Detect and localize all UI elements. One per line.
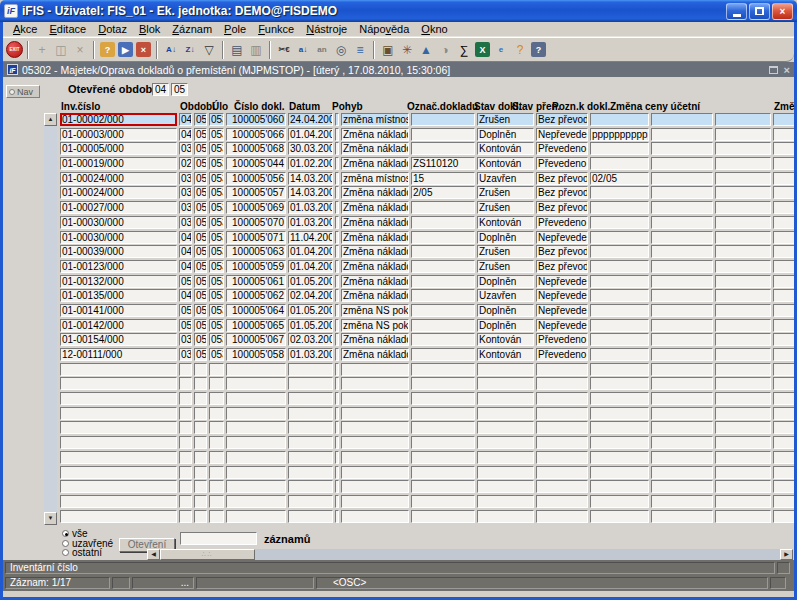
cell-obdobi-2[interactable]: 05 bbox=[194, 231, 207, 244]
cell-ulo[interactable] bbox=[209, 466, 224, 479]
cell-zmena-c[interactable] bbox=[773, 466, 794, 479]
table-row[interactable]: 01-00030/0000405053100005'07111.04.2005Z… bbox=[60, 231, 794, 244]
cell-datum[interactable] bbox=[288, 363, 333, 376]
cell-ulo[interactable] bbox=[209, 421, 224, 434]
cell-obdobi-2[interactable]: 05 bbox=[194, 260, 207, 273]
cell-stav-pren[interactable]: Nepřevedeno bbox=[536, 289, 588, 302]
cell-ulo[interactable]: 053 bbox=[209, 172, 224, 185]
cell-pohyb[interactable]: Změna nákladové bbox=[341, 128, 409, 141]
cell-stav-pren[interactable] bbox=[536, 451, 588, 464]
cell-zmena-ceny-2[interactable] bbox=[715, 421, 771, 434]
cell-stav-dokl[interactable]: Zrušen bbox=[477, 186, 534, 199]
cell-zmena-ceny-2[interactable] bbox=[715, 510, 771, 523]
cell-obdobi-2[interactable]: 05 bbox=[194, 142, 207, 155]
cell-cislo-dokl[interactable]: 100005'057 bbox=[226, 186, 286, 199]
cell-obdobi-1[interactable]: 05 bbox=[179, 275, 192, 288]
cell-pohyb[interactable] bbox=[341, 451, 409, 464]
table-row-empty[interactable] bbox=[60, 363, 794, 376]
cell-zmena-c[interactable] bbox=[773, 245, 794, 258]
cell-zmena-c[interactable] bbox=[773, 377, 794, 390]
table-row-empty[interactable] bbox=[60, 466, 794, 479]
cell-obdobi-2[interactable]: 05 bbox=[194, 333, 207, 346]
cell-oznac-dokladu[interactable] bbox=[411, 113, 475, 126]
cell-obdobi-1[interactable]: 03 bbox=[179, 172, 192, 185]
cell-pozn-k-dokl[interactable] bbox=[590, 319, 649, 332]
cell-pozn-k-dokl[interactable] bbox=[590, 304, 649, 317]
sort-descending-icon[interactable]: Z↓ bbox=[181, 41, 199, 59]
cell-pozn-k-dokl[interactable] bbox=[590, 436, 649, 449]
cell-zmena-c[interactable] bbox=[773, 480, 794, 493]
cell-ulo[interactable] bbox=[209, 392, 224, 405]
cell-obdobi-1[interactable] bbox=[179, 466, 192, 479]
cell-pozn-k-dokl[interactable] bbox=[590, 407, 649, 420]
cell-stav-dokl[interactable]: Doplněn bbox=[477, 319, 534, 332]
cell-zmena-ceny-2[interactable] bbox=[715, 289, 771, 302]
cell-datum[interactable] bbox=[288, 510, 333, 523]
cell-datum[interactable]: 01.03.2005 bbox=[288, 201, 333, 214]
cell-inv-cislo[interactable]: 01-00002/000 bbox=[60, 113, 177, 126]
copy-record-icon[interactable]: ◫ bbox=[52, 41, 70, 59]
cell-oznac-dokladu[interactable]: ZS110120 bbox=[411, 157, 475, 170]
cell-spacer[interactable] bbox=[335, 466, 339, 479]
table-row[interactable]: 01-00142/0000505053100005'06501.05.2005z… bbox=[60, 319, 794, 332]
cell-stav-dokl[interactable] bbox=[477, 451, 534, 464]
cell-zmena-ceny-2[interactable] bbox=[715, 495, 771, 508]
cell-inv-cislo[interactable]: 01-00030/000 bbox=[60, 216, 177, 229]
cell-oznac-dokladu[interactable] bbox=[411, 510, 475, 523]
clock-icon[interactable]: ◑ bbox=[436, 41, 454, 59]
cell-obdobi-1[interactable]: 04 bbox=[179, 113, 192, 126]
cell-pozn-k-dokl[interactable] bbox=[590, 216, 649, 229]
cell-zmena-c[interactable] bbox=[773, 421, 794, 434]
cell-pozn-k-dokl[interactable]: 02/05 bbox=[590, 172, 649, 185]
cell-zmena-c[interactable] bbox=[773, 128, 794, 141]
cell-obdobi-2[interactable] bbox=[194, 480, 207, 493]
cell-zmena-ceny-2[interactable] bbox=[715, 480, 771, 493]
cell-stav-pren[interactable]: Nepřevedeno bbox=[536, 304, 588, 317]
cell-zmena-ceny-ucetni[interactable] bbox=[651, 216, 713, 229]
cell-obdobi-2[interactable] bbox=[194, 451, 207, 464]
cell-stav-dokl[interactable] bbox=[477, 377, 534, 390]
cell-datum[interactable] bbox=[288, 392, 333, 405]
cell-datum[interactable] bbox=[288, 436, 333, 449]
cell-spacer[interactable] bbox=[335, 142, 339, 155]
cell-obdobi-2[interactable]: 05 bbox=[194, 172, 207, 185]
cell-zmena-c[interactable] bbox=[773, 260, 794, 273]
cell-stav-pren[interactable]: Bez převodu c bbox=[536, 113, 588, 126]
cell-cislo-dokl[interactable]: 100005'070 bbox=[226, 216, 286, 229]
cell-zmena-c[interactable] bbox=[773, 392, 794, 405]
cell-ulo[interactable]: 053 bbox=[209, 231, 224, 244]
cell-zmena-ceny-2[interactable] bbox=[715, 451, 771, 464]
cell-obdobi-1[interactable]: 03 bbox=[179, 216, 192, 229]
cell-oznac-dokladu[interactable] bbox=[411, 304, 475, 317]
cell-stav-pren[interactable]: Nepřevedeno bbox=[536, 275, 588, 288]
cell-pozn-k-dokl[interactable] bbox=[590, 480, 649, 493]
cell-spacer[interactable] bbox=[335, 260, 339, 273]
cell-ulo[interactable]: 053 bbox=[209, 201, 224, 214]
cell-zmena-c[interactable] bbox=[773, 113, 794, 126]
cell-spacer[interactable] bbox=[335, 216, 339, 229]
cell-spacer[interactable] bbox=[335, 392, 339, 405]
cell-zmena-ceny-ucetni[interactable] bbox=[651, 157, 713, 170]
cell-oznac-dokladu[interactable] bbox=[411, 245, 475, 258]
cell-oznac-dokladu[interactable] bbox=[411, 495, 475, 508]
cell-zmena-ceny-ucetni[interactable] bbox=[651, 201, 713, 214]
cell-pohyb[interactable]: Změna nákladové bbox=[341, 333, 409, 346]
scroll-left-icon[interactable]: ◀ bbox=[147, 549, 160, 560]
cell-zmena-ceny-ucetni[interactable] bbox=[651, 392, 713, 405]
table-row-empty[interactable] bbox=[60, 510, 794, 523]
cell-stav-dokl[interactable]: Doplněn bbox=[477, 304, 534, 317]
cell-zmena-ceny-ucetni[interactable] bbox=[651, 363, 713, 376]
cell-obdobi-1[interactable] bbox=[179, 436, 192, 449]
cell-obdobi-1[interactable] bbox=[179, 421, 192, 434]
browser-icon[interactable]: e bbox=[492, 41, 510, 59]
cell-zmena-ceny-ucetni[interactable] bbox=[651, 407, 713, 420]
cell-pohyb[interactable] bbox=[341, 407, 409, 420]
cell-spacer[interactable] bbox=[335, 275, 339, 288]
table-row-empty[interactable] bbox=[60, 407, 794, 420]
cell-inv-cislo[interactable] bbox=[60, 421, 177, 434]
table-row[interactable]: 01-00024/0000305053100005'05714.03.2005Z… bbox=[60, 186, 794, 199]
cell-zmena-c[interactable] bbox=[773, 436, 794, 449]
cell-obdobi-2[interactable]: 05 bbox=[194, 319, 207, 332]
cell-obdobi-1[interactable]: 03 bbox=[179, 201, 192, 214]
graph-icon[interactable]: ▲ bbox=[417, 41, 435, 59]
